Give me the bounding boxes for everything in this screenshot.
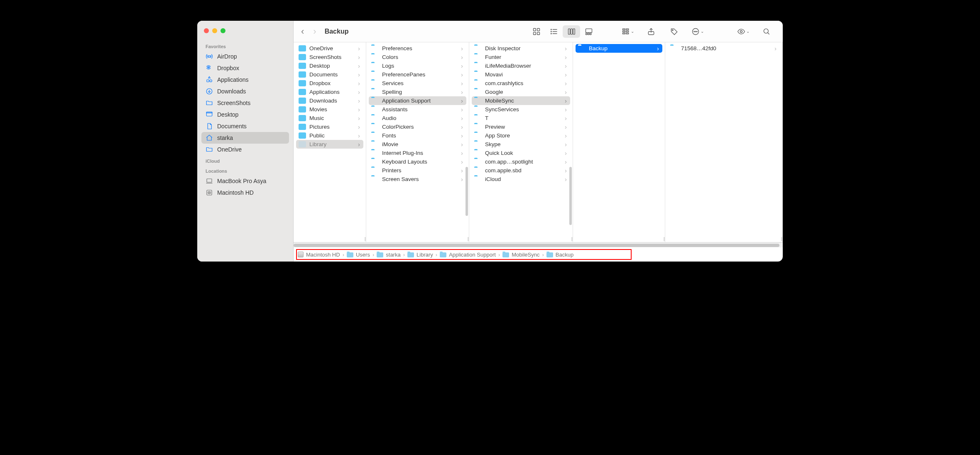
file-label: Assistants xyxy=(382,106,458,113)
list-view-button[interactable] xyxy=(545,25,563,38)
zoom-button[interactable] xyxy=(220,28,225,33)
path-segment[interactable]: Application Support xyxy=(440,252,496,258)
column-resize-handle[interactable]: || xyxy=(365,237,365,241)
vertical-scrollbar[interactable] xyxy=(466,167,468,216)
minimize-button[interactable] xyxy=(212,28,217,33)
file-row[interactable]: iLifeMediaBrowser› xyxy=(472,61,570,70)
file-row[interactable]: com.app…spotlight› xyxy=(472,157,570,166)
column-view-button[interactable] xyxy=(563,25,580,38)
file-row[interactable]: com.crashlytics› xyxy=(472,79,570,88)
search-button[interactable] xyxy=(758,25,775,38)
file-row[interactable]: Colors› xyxy=(369,53,466,61)
icon-view-button[interactable] xyxy=(528,25,545,38)
gallery-view-button[interactable] xyxy=(580,25,598,38)
file-row[interactable]: iMovie› xyxy=(369,140,466,149)
sidebar-item-applications[interactable]: Applications xyxy=(201,74,289,86)
file-row[interactable]: Internet Plug-Ins› xyxy=(369,149,466,157)
folder-icon xyxy=(371,176,379,182)
file-row[interactable]: Public› xyxy=(296,131,363,140)
file-row[interactable]: PreferencePanes› xyxy=(369,70,466,79)
file-row[interactable]: com.apple.sbd› xyxy=(472,166,570,175)
file-row[interactable]: Disk Inspector› xyxy=(472,44,570,53)
file-row[interactable]: 71568…42fd0› xyxy=(668,44,780,53)
horizontal-scrollbar[interactable] xyxy=(294,242,783,247)
file-row[interactable]: Funter› xyxy=(472,53,570,61)
file-row[interactable]: Skype› xyxy=(472,140,570,149)
file-label: Colors xyxy=(382,54,458,60)
file-row[interactable]: Downloads› xyxy=(296,96,363,105)
sidebar-item-onedrive[interactable]: OneDrive xyxy=(201,144,289,155)
file-row[interactable]: ColorPickers› xyxy=(369,122,466,131)
folder-icon xyxy=(474,63,482,69)
sidebar-item-airdrop[interactable]: AirDrop xyxy=(201,51,289,62)
path-segment[interactable]: Macintosh HD xyxy=(298,252,340,258)
file-row[interactable]: SyncServices› xyxy=(472,105,570,114)
file-row[interactable]: Applications› xyxy=(296,88,363,96)
file-row[interactable]: Services› xyxy=(369,79,466,88)
file-row[interactable]: MobileSync› xyxy=(472,96,570,105)
sidebar-item-macintosh-hd[interactable]: Macintosh HD xyxy=(201,187,289,198)
path-segment[interactable]: Library xyxy=(407,252,433,258)
sidebar: FavoritesAirDropDropboxApplicationsDownl… xyxy=(197,21,294,262)
back-button[interactable]: ‹ xyxy=(301,27,304,36)
share-button[interactable] xyxy=(642,25,660,38)
file-row[interactable]: Quick Look› xyxy=(472,149,570,157)
file-label: Quick Look xyxy=(485,150,561,156)
action-menu-button[interactable]: ⌄ xyxy=(689,25,706,38)
sidebar-item-desktop[interactable]: Desktop xyxy=(201,109,289,120)
folder-icon xyxy=(299,98,306,104)
chevron-right-icon: › xyxy=(358,124,360,130)
file-row[interactable]: Assistants› xyxy=(369,105,466,114)
sidebar-item-starka[interactable]: starka xyxy=(201,132,289,144)
sidebar-item-macbook-pro-asya[interactable]: MacBook Pro Asya xyxy=(201,175,289,187)
file-row[interactable]: Preview› xyxy=(472,122,570,131)
column-resize-handle[interactable]: || xyxy=(664,237,664,241)
tags-button[interactable] xyxy=(666,25,683,38)
sidebar-item-dropbox[interactable]: Dropbox xyxy=(201,62,289,74)
chevron-right-icon: › xyxy=(461,124,463,130)
path-segment[interactable]: Users xyxy=(347,252,370,258)
folder-icon xyxy=(299,45,306,51)
file-row[interactable]: Printers› xyxy=(369,166,466,175)
column-resize-handle[interactable]: || xyxy=(468,237,468,241)
file-row[interactable]: Desktop› xyxy=(296,61,363,70)
file-row[interactable]: Music› xyxy=(296,114,363,122)
group-by-button[interactable]: ⌄ xyxy=(619,25,637,38)
vertical-scrollbar[interactable] xyxy=(569,167,572,225)
sidebar-item-downloads[interactable]: Downloads xyxy=(201,86,289,97)
path-segment[interactable]: starka xyxy=(377,252,400,258)
file-row[interactable]: T› xyxy=(472,114,570,122)
file-row[interactable]: Keyboard Layouts› xyxy=(369,157,466,166)
file-row[interactable]: Preferences› xyxy=(369,44,466,53)
path-label: Users xyxy=(356,252,370,258)
file-row[interactable]: ScreenShots› xyxy=(296,53,363,61)
file-row[interactable]: App Store› xyxy=(472,131,570,140)
file-row[interactable]: Movies› xyxy=(296,105,363,114)
file-row[interactable]: iCloud› xyxy=(472,175,570,183)
file-row[interactable]: OneDrive› xyxy=(296,44,363,53)
sidebar-item-documents[interactable]: Documents xyxy=(201,120,289,132)
preview-toggle-button[interactable]: ⌄ xyxy=(735,25,752,38)
file-row[interactable]: Fonts› xyxy=(369,131,466,140)
file-row[interactable]: Application Support› xyxy=(369,96,466,105)
path-segment[interactable]: Backup xyxy=(546,252,573,258)
folder-icon xyxy=(474,159,482,165)
file-row[interactable]: Google› xyxy=(472,88,570,96)
file-row[interactable]: Audio› xyxy=(369,114,466,122)
file-row[interactable]: Movavi› xyxy=(472,70,570,79)
file-row[interactable]: Dropbox› xyxy=(296,79,363,88)
close-button[interactable] xyxy=(204,28,209,33)
path-segment[interactable]: MobileSync xyxy=(502,252,539,258)
file-row[interactable]: Pictures› xyxy=(296,122,363,131)
sidebar-item-screenshots[interactable]: ScreenShots xyxy=(201,97,289,109)
chevron-right-icon: › xyxy=(358,45,360,51)
file-row[interactable]: Spelling› xyxy=(369,88,466,96)
column-resize-handle[interactable]: || xyxy=(571,237,572,241)
file-row[interactable]: Documents› xyxy=(296,70,363,79)
file-row[interactable]: Library› xyxy=(296,140,363,149)
column-resize-handle[interactable]: || xyxy=(781,237,782,241)
file-row[interactable]: Screen Savers› xyxy=(369,175,466,183)
file-row[interactable]: Backup› xyxy=(576,44,662,53)
forward-button[interactable]: › xyxy=(313,27,316,36)
file-row[interactable]: Logs› xyxy=(369,61,466,70)
